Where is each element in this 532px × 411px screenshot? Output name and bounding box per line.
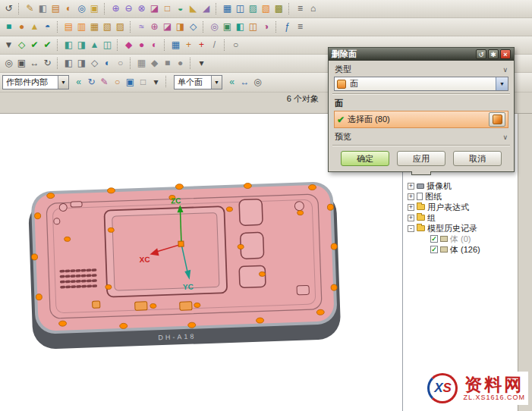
datum-axis-icon[interactable]: / — [208, 39, 221, 52]
restore-selection-icon[interactable]: « — [225, 76, 238, 89]
chevron-down-icon[interactable]: ▼ — [211, 76, 222, 89]
tree-item[interactable]: ✓ 体 (126) — [403, 244, 518, 255]
ruled-surface-icon[interactable]: ◫ — [247, 20, 260, 33]
preview-section-header[interactable]: 预览 ∨ — [329, 130, 514, 143]
sketch-icon[interactable]: ✎ — [24, 2, 36, 15]
cone-icon[interactable]: ▲ — [28, 20, 41, 33]
apply-button[interactable]: 应用 — [397, 151, 445, 166]
tree-checkbox[interactable]: ✓ — [430, 235, 438, 243]
select-all-icon[interactable]: ▣ — [124, 76, 137, 89]
patch-icon[interactable]: ◪ — [161, 20, 174, 33]
shell-icon[interactable]: □ — [161, 2, 174, 15]
through-curves-icon[interactable]: ◑ — [260, 20, 272, 33]
ok-button[interactable]: 确定 — [341, 151, 389, 166]
expressions-icon[interactable]: ƒ — [281, 20, 294, 33]
pad-icon[interactable]: ▤ — [62, 20, 75, 33]
panel-resize-strip[interactable] — [518, 114, 532, 411]
pull-face-icon[interactable]: ▲ — [88, 39, 101, 52]
measure-icon[interactable]: ≡ — [294, 2, 307, 15]
resize-face-icon[interactable]: ◨ — [75, 39, 88, 52]
type-combo[interactable]: 面 ▼ — [334, 77, 508, 91]
scale-body-icon[interactable]: ◇ — [187, 20, 200, 33]
isometric-view-icon[interactable]: ◇ — [88, 57, 101, 70]
shaded-view-icon[interactable]: ◐ — [101, 57, 114, 70]
delete-face-icon[interactable]: ▧ — [260, 2, 272, 15]
tree-checkbox[interactable]: ✓ — [430, 246, 438, 253]
rotate-view-icon[interactable]: ↻ — [41, 57, 54, 70]
type-section-header[interactable]: 类型 ∨ — [329, 62, 514, 76]
wcs-orient-icon[interactable]: + — [182, 39, 195, 52]
select-face-row[interactable]: ✔ 选择面 (80) — [334, 111, 508, 128]
fit-view-icon[interactable]: ▣ — [15, 57, 28, 70]
tree-item[interactable]: ✓ 体 (0) — [403, 234, 518, 244]
cancel-button[interactable]: 取消 — [453, 151, 502, 166]
wrap-geometry-icon[interactable]: ◎ — [208, 20, 221, 33]
constraint-check-icon[interactable]: ✔ — [41, 39, 54, 52]
part-navigator-icon[interactable]: ≡ — [294, 20, 307, 33]
dialog-close-icon[interactable]: × — [500, 49, 511, 59]
grid-icon[interactable]: ▦ — [135, 57, 148, 70]
pocket-icon[interactable]: ▥ — [75, 20, 88, 33]
wireframe-view-icon[interactable]: ○ — [114, 57, 127, 70]
view-home-icon[interactable]: ⌂ — [307, 2, 320, 15]
tree-expander[interactable]: - — [408, 225, 414, 232]
rib-icon[interactable]: ▦ — [88, 20, 101, 33]
offset-face-icon[interactable]: ▩ — [272, 2, 285, 15]
replace-face-icon[interactable]: ◧ — [62, 39, 75, 52]
move-cursor-icon[interactable]: ↔ — [238, 76, 251, 89]
tree-expander[interactable]: + — [408, 215, 414, 221]
tree-expander[interactable]: + — [408, 193, 414, 200]
block-icon[interactable]: ■ — [2, 20, 15, 33]
revolve-icon[interactable]: ◐ — [62, 2, 75, 15]
deviation-analysis-icon[interactable]: ◆ — [122, 39, 135, 52]
boss-icon[interactable]: ▣ — [88, 2, 101, 15]
datum-plane-icon[interactable]: ◧ — [36, 2, 49, 15]
hole-icon[interactable]: ◎ — [75, 2, 88, 15]
lasso-select-icon[interactable]: ○ — [111, 76, 124, 89]
tree-item[interactable]: + 组 — [403, 212, 518, 223]
extrude-icon[interactable]: ▤ — [49, 2, 62, 15]
layer-settings-icon[interactable]: ▦ — [169, 39, 182, 52]
thicken-icon[interactable]: ◨ — [174, 20, 187, 33]
trim-body-icon[interactable]: ◪ — [148, 2, 161, 15]
dialog-titlebar[interactable]: 删除面 ↺✱× — [329, 48, 514, 61]
dialog-options-icon[interactable]: ✱ — [488, 49, 499, 59]
tree-expander[interactable]: + — [408, 204, 414, 211]
more-options-icon[interactable]: ▾ — [195, 57, 208, 70]
edge-blend-icon[interactable]: ◒ — [174, 2, 187, 15]
snap-endpoint-icon[interactable]: ■ — [161, 57, 174, 70]
tree-item[interactable]: + 摄像机 — [403, 180, 518, 191]
groove-icon[interactable]: ▨ — [114, 20, 127, 33]
snap-midpoint-icon[interactable]: ◆ — [148, 57, 161, 70]
sphere-icon[interactable]: ◓ — [41, 20, 54, 33]
pattern-feature-icon[interactable]: ▦ — [221, 2, 234, 15]
work-part-back-icon[interactable]: « — [72, 76, 85, 89]
tree-item[interactable]: + 用户表达式 — [403, 202, 518, 212]
paint-select-icon[interactable]: ✎ — [98, 76, 111, 89]
chamfer-icon[interactable]: ◣ — [187, 2, 200, 15]
chevron-down-icon[interactable]: ▼ — [58, 76, 68, 89]
tree-item[interactable]: - 模型历史记录 — [403, 223, 518, 234]
chevron-collapse-icon[interactable]: ∨ — [502, 66, 508, 74]
emboss-icon[interactable]: ▣ — [221, 20, 234, 33]
point-constructor-icon[interactable]: + — [195, 39, 208, 52]
thread-icon[interactable]: ≈ — [135, 20, 148, 33]
offset-surface-icon[interactable]: ◧ — [234, 20, 247, 33]
unite-icon[interactable]: ⊕ — [109, 2, 122, 15]
zoom-icon[interactable]: ◎ — [2, 57, 15, 70]
pan-icon[interactable]: ↔ — [28, 57, 41, 70]
sew-icon[interactable]: ⊕ — [148, 20, 161, 33]
selection-filter-combo[interactable]: 单个面 ▼ — [174, 75, 222, 89]
cylinder-icon[interactable]: ● — [15, 20, 28, 33]
selection-scope-combo[interactable]: 作部件内部 ▼ — [2, 75, 69, 89]
filter-options-icon[interactable]: ▾ — [150, 76, 162, 89]
undo-icon[interactable]: ↺ — [2, 2, 15, 15]
snap-point-icon[interactable]: ◇ — [15, 39, 28, 52]
snap-enabled-icon[interactable]: ✔ — [28, 39, 41, 52]
section-analysis-icon[interactable]: ◐ — [148, 39, 161, 52]
face-select-button[interactable] — [489, 112, 505, 127]
front-view-icon[interactable]: ◧ — [62, 57, 75, 70]
subtract-icon[interactable]: ⊖ — [122, 2, 135, 15]
show-hide-icon[interactable]: ○ — [229, 39, 242, 52]
deselect-all-icon[interactable]: □ — [137, 76, 150, 89]
